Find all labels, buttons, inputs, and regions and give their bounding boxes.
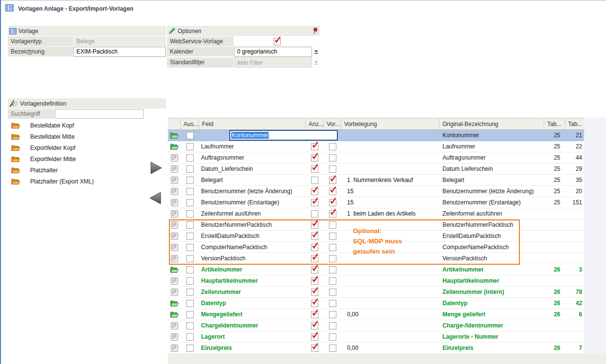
anz-checkbox[interactable] — [311, 177, 318, 184]
table-row[interactable]: ZeilennummerZeilennummer (intern)2678 — [168, 287, 584, 298]
field-cell[interactable]: Benutzernummer (letzte Änderung) — [199, 186, 306, 197]
aus-checkbox[interactable] — [186, 154, 194, 162]
anz-checkbox[interactable] — [311, 233, 318, 240]
table-row[interactable]: ErstellDatumPacktischErstellDatumPacktis… — [168, 231, 584, 242]
vor-checkbox[interactable] — [329, 322, 336, 329]
table-row[interactable]: AuftragsnummerAuftragsnummer2544 — [168, 152, 584, 164]
table-row[interactable]: ArtikelnummerArtikelnummer263 — [168, 264, 584, 275]
field-cell[interactable]: Mengegeliefert — [199, 309, 306, 320]
table-row[interactable]: Datum_LieferscheinDatum Lieferschein2529 — [168, 164, 584, 175]
col-feld[interactable]: Feld — [199, 118, 306, 129]
vor-checkbox[interactable] — [329, 177, 336, 184]
kalender-dropdown-arrow[interactable] — [312, 47, 320, 57]
vor-checkbox[interactable] — [329, 210, 336, 218]
aus-checkbox[interactable] — [186, 165, 194, 173]
aus-checkbox[interactable] — [186, 143, 194, 150]
field-cell[interactable]: Zeilenformel ausführen — [199, 208, 306, 219]
vor-checkbox[interactable] — [329, 233, 336, 240]
table-row[interactable]: Einzelpreis0,00Einzelpreis267 — [168, 343, 584, 354]
bezeichnung-input[interactable]: EXIM-Packtisch — [73, 47, 166, 57]
aus-checkbox[interactable] — [186, 221, 194, 229]
move-right-button[interactable] — [150, 161, 163, 175]
field-cell[interactable]: VersionPacktisch — [199, 253, 306, 264]
col-vor[interactable]: Vor... — [324, 118, 341, 129]
vor-checkbox[interactable] — [329, 199, 336, 206]
anz-checkbox[interactable] — [311, 143, 318, 150]
anz-checkbox[interactable] — [311, 266, 318, 273]
aus-checkbox[interactable] — [186, 132, 194, 139]
aus-checkbox[interactable] — [186, 300, 194, 307]
table-row[interactable]: Benutzernummer (letzte Änderung)15Benutz… — [168, 186, 584, 197]
col-icon[interactable] — [168, 118, 181, 129]
table-row[interactable]: Belegart1 Nummernkreis VerkaufBelegart25… — [168, 175, 584, 186]
field-cell[interactable]: Benutzernummer (Erstanlage) — [199, 197, 306, 208]
vor-checkbox[interactable] — [329, 277, 336, 285]
vor-checkbox[interactable] — [329, 300, 336, 307]
anz-checkbox[interactable] — [311, 300, 318, 307]
aus-checkbox[interactable] — [186, 333, 194, 341]
field-cell[interactable]: ChargeIdentnummer — [199, 320, 306, 331]
kalender-select[interactable]: 0 gregorianisch — [234, 47, 312, 57]
anz-checkbox[interactable] — [311, 333, 318, 341]
field-cell[interactable]: Einzelpreis — [199, 343, 306, 353]
aus-checkbox[interactable] — [186, 266, 194, 273]
field-cell[interactable]: Artikelnummer — [199, 264, 306, 275]
anz-checkbox[interactable] — [311, 289, 318, 296]
anz-checkbox[interactable] — [311, 322, 318, 329]
search-input[interactable] — [55, 109, 144, 119]
field-cell[interactable]: ErstellDatumPacktisch — [199, 231, 306, 241]
table-row[interactable]: ComputerNamePacktischComputerNamePacktis… — [168, 242, 584, 253]
vor-checkbox[interactable] — [329, 289, 336, 296]
folder-item[interactable]: Exportfelder Mitte — [8, 153, 144, 164]
folder-item[interactable]: Bestelldatei Mitte — [8, 131, 144, 142]
table-row[interactable]: DatentypDatentyp2642 — [168, 298, 584, 309]
aus-checkbox[interactable] — [186, 345, 194, 352]
vor-checkbox[interactable] — [329, 345, 336, 352]
field-edit-input[interactable]: Kontonummer — [229, 130, 338, 141]
vor-checkbox[interactable] — [329, 266, 336, 273]
vor-checkbox[interactable] — [329, 154, 336, 162]
anz-checkbox[interactable] — [311, 345, 318, 352]
field-cell[interactable]: Auftragsnummer — [199, 152, 306, 163]
field-cell[interactable]: Datum_Lieferschein — [199, 164, 306, 174]
anz-checkbox[interactable] — [311, 255, 318, 262]
vor-checkbox[interactable] — [329, 311, 336, 318]
anz-checkbox[interactable] — [311, 277, 318, 285]
aus-checkbox[interactable] — [186, 255, 194, 262]
field-cell[interactable]: Belegart — [199, 175, 306, 185]
folder-item[interactable]: Exportfelder Kopf — [8, 142, 144, 153]
table-row[interactable]: HauptartikelnummerHauptartikelnummer — [168, 275, 584, 287]
table-row[interactable]: KontonummerKontonummer2521 — [168, 130, 584, 141]
table-row[interactable]: Mengegeliefert0,00Menge geliefert266 — [168, 309, 584, 320]
aus-checkbox[interactable] — [186, 210, 194, 218]
aus-checkbox[interactable] — [186, 244, 194, 251]
aus-checkbox[interactable] — [186, 177, 194, 184]
col-original-bezeichnung[interactable]: Original-Bezeichnung — [440, 118, 544, 129]
folder-item[interactable]: Platzhalter — [8, 164, 144, 176]
vor-checkbox[interactable] — [329, 165, 336, 173]
anz-checkbox[interactable] — [311, 154, 318, 162]
field-cell[interactable]: Zeilennummer — [199, 287, 306, 297]
aus-checkbox[interactable] — [186, 188, 194, 195]
anz-checkbox[interactable] — [311, 311, 318, 318]
table-row[interactable]: VersionPacktischVersionPacktisch — [168, 253, 584, 264]
anz-checkbox[interactable] — [311, 188, 318, 195]
anz-checkbox[interactable] — [311, 165, 318, 173]
field-cell[interactable]: Lagerort — [199, 331, 306, 342]
aus-checkbox[interactable] — [186, 277, 194, 285]
field-cell[interactable]: Kontonummer — [199, 130, 306, 141]
col-vorbelegung[interactable]: Vorbelegung — [341, 118, 440, 129]
col-tab-1[interactable]: Tab... — [544, 118, 565, 129]
field-cell[interactable]: ComputerNamePacktisch — [199, 242, 306, 253]
table-row[interactable]: Zeilenformel ausführen1 beim Laden des A… — [168, 208, 584, 219]
table-row[interactable]: LaufnummerLaufnummer2522 — [168, 141, 584, 152]
field-cell[interactable]: BenutzerNummerPacktisch — [199, 219, 306, 230]
table-row[interactable]: ChargeIdentnummerCharge-/Identnummer — [168, 320, 584, 331]
vor-checkbox[interactable] — [329, 188, 336, 195]
vor-checkbox[interactable] — [329, 221, 336, 229]
folder-item[interactable]: Bestelldatei Kopf — [8, 120, 144, 131]
aus-checkbox[interactable] — [186, 322, 194, 329]
anz-checkbox[interactable] — [311, 221, 318, 229]
aus-checkbox[interactable] — [186, 199, 194, 206]
anz-checkbox[interactable] — [311, 210, 318, 218]
